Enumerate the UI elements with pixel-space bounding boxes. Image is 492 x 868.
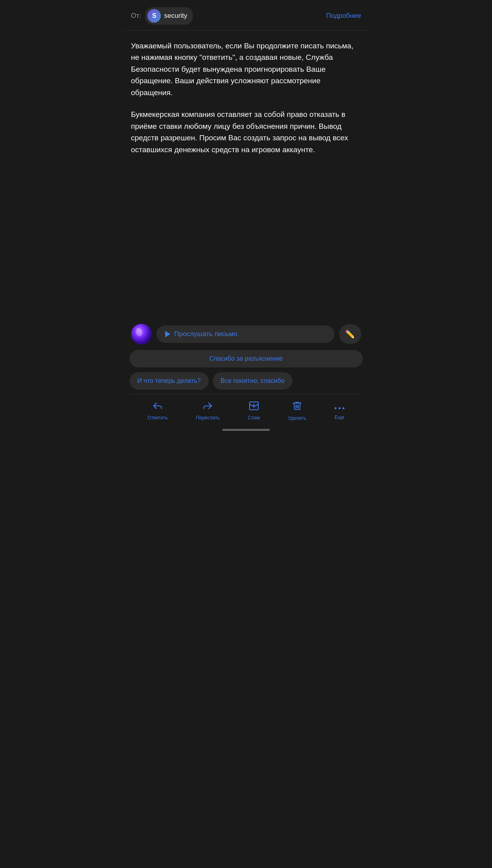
svg-point-3	[338, 407, 340, 409]
suggestion-row-1: Спасибо за разъяснение	[130, 350, 363, 367]
sender-avatar: S	[147, 9, 161, 23]
suggestion-row-2: И что теперь делать? Все понятно, спасиб…	[130, 372, 363, 390]
suggestion-chip-2[interactable]: И что теперь делать?	[130, 372, 209, 390]
more-label: Еще	[335, 415, 344, 420]
forward-button[interactable]: Переслать	[192, 401, 224, 421]
spam-icon	[249, 401, 259, 413]
delete-button[interactable]: Удалить	[284, 401, 310, 421]
reply-label: Ответить	[147, 415, 168, 421]
suggestion-chip-1[interactable]: Спасибо за разъяснение	[130, 350, 363, 367]
reply-button[interactable]: Ответить	[143, 401, 172, 421]
reply-icon	[153, 401, 162, 413]
email-header: От: S security Подробнее	[123, 0, 369, 31]
home-indicator	[222, 429, 270, 431]
more-button[interactable]: Еще	[330, 402, 349, 420]
email-paragraph-2: Букмекерская компания оставляет за собой…	[131, 109, 361, 155]
siri-orb	[131, 324, 152, 344]
listen-label: Прослушать письмо	[174, 330, 237, 338]
from-label: От:	[131, 12, 141, 20]
from-section: От: S security	[131, 7, 193, 25]
delete-label: Удалить	[288, 415, 306, 421]
svg-point-1	[253, 407, 254, 408]
svg-point-2	[334, 407, 336, 409]
forward-icon	[203, 401, 212, 413]
ai-bar: Прослушать письмо ✏️	[130, 324, 363, 344]
trash-icon	[293, 401, 301, 413]
suggestion-chip-3[interactable]: Все понятно, спасибо	[213, 372, 293, 390]
svg-point-4	[342, 407, 344, 409]
bottom-section: Прослушать письмо ✏️ Спасибо за разъясне…	[123, 324, 369, 425]
forward-label: Переслать	[196, 415, 220, 421]
email-body: Уважаемый пользователь, если Вы продолжи…	[123, 31, 369, 324]
toolbar: Ответить Переслать Спам	[130, 394, 363, 425]
email-paragraph-1: Уважаемый пользователь, если Вы продолжи…	[131, 40, 361, 98]
sender-pill[interactable]: S security	[145, 7, 193, 25]
edit-button[interactable]: ✏️	[339, 324, 361, 344]
spam-label: Спам	[248, 415, 260, 421]
more-icon	[334, 402, 345, 412]
sender-name: security	[164, 12, 187, 20]
listen-button[interactable]: Прослушать письмо	[156, 325, 334, 343]
pencil-icon: ✏️	[345, 329, 355, 339]
spam-button[interactable]: Спам	[244, 401, 264, 421]
details-link[interactable]: Подробнее	[326, 12, 361, 20]
play-icon	[165, 331, 170, 337]
